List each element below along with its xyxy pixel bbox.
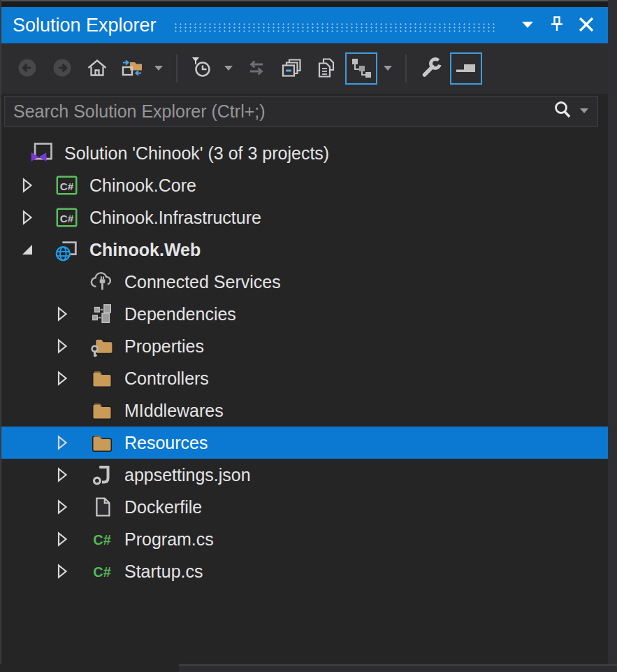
csharp-file-icon: C# — [89, 527, 115, 552]
tree-item-label: Dependencies — [124, 304, 236, 324]
caret-down-icon — [153, 62, 164, 76]
json-file-icon — [89, 462, 115, 487]
csharp-project-icon: C# — [55, 173, 80, 198]
titlebar[interactable]: Solution Explorer — [1, 7, 608, 43]
file-nesting-button[interactable] — [345, 52, 377, 85]
home-icon — [86, 57, 108, 81]
expander-collapsed-icon[interactable] — [53, 530, 71, 548]
tree-item-solution-chinook-3-of-3-projects[interactable]: Solution 'Chinook' (3 of 3 projects) — [1, 137, 608, 169]
tree-item-controllers[interactable]: Controllers — [1, 362, 608, 394]
tree-item-label: Chinook.Core — [89, 176, 196, 196]
switch-views-button-dropdown[interactable] — [151, 52, 166, 85]
expander-collapsed-icon[interactable] — [53, 466, 71, 484]
expander-collapsed-icon[interactable] — [53, 369, 71, 387]
drag-handle-dots[interactable] — [173, 22, 495, 33]
collapse-all-icon — [280, 57, 303, 81]
tree-item-label: appsettings.json — [124, 465, 251, 485]
sync-with-active-document-button[interactable] — [240, 52, 273, 85]
caret-down-icon — [382, 62, 393, 76]
forward-button[interactable] — [46, 52, 78, 85]
solution-tree: Solution 'Chinook' (3 of 3 projects)C#Ch… — [1, 130, 608, 672]
caret-down-icon — [519, 16, 536, 35]
panel-right-gutter — [608, 0, 617, 672]
tree-item-program-cs[interactable]: C#Program.cs — [1, 523, 608, 555]
expander-collapsed-icon[interactable] — [53, 498, 71, 516]
pin-icon — [547, 15, 567, 36]
svg-text:C#: C# — [93, 532, 110, 548]
back-button[interactable] — [11, 52, 43, 85]
tree-item-middlewares[interactable]: MIddlewares — [1, 394, 608, 427]
close-button[interactable] — [574, 13, 598, 37]
tree-item-chinook-core[interactable]: C#Chinook.Core — [1, 169, 608, 201]
search-button[interactable] — [550, 99, 575, 124]
preview-selected-items-button[interactable] — [450, 52, 482, 85]
tree-item-label: Controllers — [124, 369, 209, 389]
expander-collapsed-icon[interactable] — [53, 337, 71, 355]
connected-services-icon — [89, 269, 115, 294]
expander-collapsed-icon[interactable] — [18, 208, 36, 227]
search-input[interactable] — [13, 101, 550, 122]
tree-item-label: Dockerfile — [124, 497, 202, 517]
tree-item-label: Properties — [124, 336, 204, 357]
properties-button[interactable] — [415, 52, 447, 85]
file-nesting-button-dropdown[interactable] — [380, 52, 395, 85]
tree-item-chinook-infrastructure[interactable]: C#Chinook.Infrastructure — [1, 201, 608, 234]
caret-down-icon — [223, 62, 234, 76]
search-box — [4, 96, 598, 127]
properties-folder-icon — [89, 334, 115, 359]
tree-item-label: Connected Services — [124, 272, 281, 292]
panel-top-edge — [1, 0, 608, 7]
search-options-button[interactable] — [575, 99, 593, 124]
web-project-icon — [55, 237, 80, 262]
expander-collapsed-icon[interactable] — [53, 562, 71, 580]
solution-icon — [29, 141, 55, 166]
tree-item-label: Solution 'Chinook' (3 of 3 projects) — [64, 143, 329, 164]
search-row — [1, 94, 608, 130]
collapse-all-button[interactable] — [275, 52, 307, 85]
tree-item-label: MIddlewares — [124, 401, 224, 421]
tree-item-connected-services[interactable]: Connected Services — [1, 266, 608, 298]
tree-item-properties[interactable]: Properties — [1, 330, 608, 362]
expander-collapsed-icon[interactable] — [53, 305, 71, 323]
svg-text:C#: C# — [93, 564, 110, 580]
wrench-icon — [420, 57, 442, 81]
home-button[interactable] — [81, 52, 113, 85]
window-position-button[interactable] — [516, 13, 539, 37]
expander-collapsed-icon[interactable] — [18, 176, 36, 194]
search-icon — [551, 99, 574, 124]
pending-changes-filter-button-dropdown[interactable] — [221, 52, 236, 85]
dependencies-icon — [89, 301, 115, 327]
tree-item-startup-cs[interactable]: C#Startup.cs — [1, 555, 608, 587]
folder-icon — [89, 398, 115, 423]
tree-item-resources[interactable]: Resources — [1, 427, 608, 459]
folder-icon — [89, 430, 115, 455]
splitter-below[interactable] — [179, 664, 617, 672]
toolbar-separator — [405, 55, 407, 83]
tree-item-dependencies[interactable]: Dependencies — [1, 298, 608, 330]
pending-changes-filter-button[interactable] — [186, 52, 218, 85]
panel-title: Solution Explorer — [13, 15, 157, 36]
expander-spacer — [53, 401, 71, 420]
show-all-files-button[interactable] — [310, 52, 342, 85]
file-icon — [89, 494, 115, 520]
forward-icon — [51, 57, 73, 81]
panel-bottom-edge — [0, 664, 617, 672]
pin-button[interactable] — [545, 13, 569, 37]
tree-item-chinook-web[interactable]: Chinook.Web — [1, 234, 608, 266]
tree-item-appsettings-json[interactable]: appsettings.json — [1, 459, 608, 491]
sync-icon — [245, 57, 268, 81]
toolbar — [1, 43, 608, 94]
tree-item-dockerfile[interactable]: Dockerfile — [1, 491, 608, 523]
tree-item-label: Chinook.Infrastructure — [89, 208, 261, 228]
svg-text:C#: C# — [60, 180, 74, 192]
switch-views-icon — [120, 56, 144, 82]
documents-icon — [315, 57, 337, 81]
expander-collapsed-icon[interactable] — [53, 434, 71, 452]
expander-expanded-icon[interactable] — [18, 241, 36, 259]
tree-item-label: Startup.cs — [124, 562, 203, 582]
close-icon — [577, 15, 595, 36]
csharp-project-icon: C# — [55, 205, 80, 230]
switch-views-button[interactable] — [116, 52, 148, 85]
tree-item-label: Program.cs — [124, 529, 214, 550]
csharp-file-icon: C# — [89, 559, 115, 584]
